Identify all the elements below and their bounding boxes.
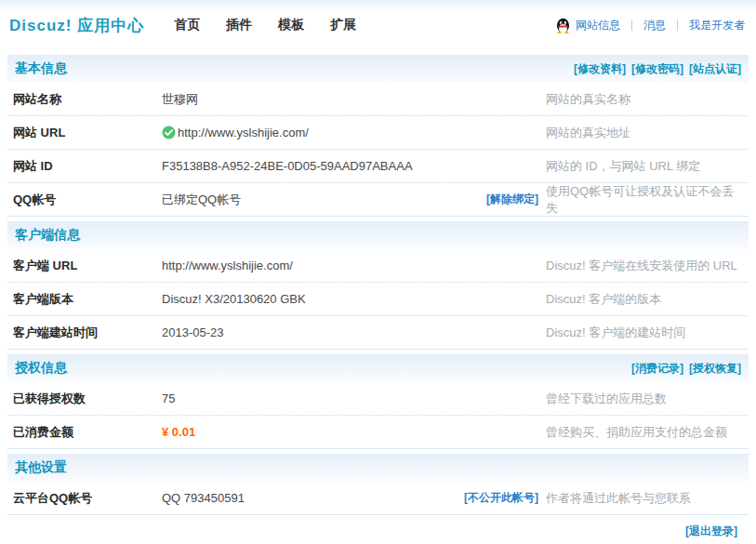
row-desc: Discuz! 客户端的版本	[546, 291, 743, 308]
site-url-text: http://www.yslshijie.com/	[178, 126, 309, 139]
main-content: 基本信息 [修改资料] [修改密码] [站点认证] 网站名称 世穆网 网站的真实…	[0, 55, 756, 539]
row-desc: 作者将通过此帐号与您联系	[546, 490, 743, 507]
row-site-id: 网站 ID F35138B8-A952-24BE-0D05-59AAD97ABA…	[7, 150, 749, 183]
section-title: 基本信息	[15, 60, 67, 77]
section-header-license-info: 授权信息 [消费记录] [授权恢复]	[7, 354, 749, 382]
row-desc: Discuz! 客户端的建站时间	[546, 325, 743, 341]
row-value: 75	[162, 391, 546, 405]
row-value-amount: ¥ 0.01	[162, 425, 546, 439]
section-header-client-info: 客户端信息	[7, 221, 749, 249]
messages-link[interactable]: 消息	[643, 18, 666, 33]
header-right: 网站信息 消息 我是开发者	[555, 18, 745, 33]
nav-item-templates[interactable]: 模板	[278, 17, 304, 33]
row-client-version: 客户端版本 Discuz! X3/20130620 GBK Discuz! 客户…	[7, 283, 749, 316]
site-verify-link[interactable]: [站点认证]	[689, 61, 741, 77]
row-label: 客户端 URL	[13, 258, 162, 274]
hide-account-link[interactable]: [不公开此帐号]	[464, 490, 538, 506]
row-desc: 网站的真实名称	[546, 91, 743, 108]
app-logo: Discuz! 应用中心	[9, 15, 144, 36]
developer-link[interactable]: 我是开发者	[689, 18, 745, 33]
row-client-created: 客户端建站时间 2013-05-23 Discuz! 客户端的建站时间	[7, 316, 749, 350]
section-links: [消费记录] [授权恢复]	[631, 361, 741, 377]
row-desc: Discuz! 客户端在线安装使用的 URL	[546, 258, 743, 274]
verified-badge-icon	[162, 126, 176, 139]
row-label: 客户端建站时间	[13, 325, 162, 341]
section-title: 授权信息	[15, 360, 67, 377]
section-links: [修改资料] [修改密码] [站点认证]	[574, 61, 741, 77]
edit-profile-link[interactable]: [修改资料]	[574, 61, 626, 77]
header-separator	[631, 20, 632, 31]
row-value: F35138B8-A952-24BE-0D05-59AAD97ABAAA	[162, 159, 546, 173]
row-qq-account: QQ帐号 已绑定QQ帐号 [解除绑定] 使用QQ帐号可让授权及认证不会丢失	[7, 183, 749, 217]
row-label: 云平台QQ帐号	[13, 490, 162, 507]
row-consumed-amount: 已消费金额 ¥ 0.01 曾经购买、捐助应用支付的总金额	[7, 416, 749, 449]
row-desc: 曾经购买、捐助应用支付的总金额	[546, 424, 743, 441]
consume-records-link[interactable]: [消费记录]	[631, 361, 683, 377]
row-site-url: 网站 URL http://www.yslshijie.com/ 网站的真实地址	[7, 116, 749, 150]
row-desc: 网站的真实地址	[546, 125, 743, 141]
app-header: Discuz! 应用中心 首页 插件 模板 扩展 网站信息 消息 我是开发者	[0, 0, 756, 50]
row-value: 已绑定QQ帐号	[162, 192, 486, 208]
row-desc: 曾经下载过的应用总数	[546, 391, 743, 407]
row-label: 客户端版本	[13, 291, 162, 308]
row-label: 已消费金额	[13, 424, 162, 441]
row-value: 世穆网	[162, 91, 546, 108]
row-client-url: 客户端 URL http://www.yslshijie.com/ Discuz…	[7, 249, 749, 283]
header-separator	[677, 20, 678, 31]
nav-item-plugins[interactable]: 插件	[226, 17, 252, 33]
row-value: Discuz! X3/20130620 GBK	[162, 292, 546, 306]
nav-item-extensions[interactable]: 扩展	[330, 17, 356, 33]
row-label: 网站名称	[13, 91, 162, 108]
section-title: 其他设置	[15, 459, 67, 476]
license-restore-link[interactable]: [授权恢复]	[689, 361, 741, 377]
row-desc: 网站的 ID，与网站 URL 绑定	[546, 158, 743, 175]
row-desc: 使用QQ帐号可让授权及认证不会丢失	[546, 183, 743, 217]
row-value: 2013-05-23	[162, 325, 546, 339]
row-label: 网站 URL	[13, 125, 162, 141]
main-nav: 首页 插件 模板 扩展	[174, 17, 356, 33]
unbind-link[interactable]: [解除绑定]	[486, 192, 538, 207]
qq-penguin-icon	[555, 18, 571, 33]
row-license-count: 已获得授权数 75 曾经下载过的应用总数	[7, 382, 749, 416]
section-header-other-settings: 其他设置	[7, 454, 749, 482]
row-label: QQ帐号	[13, 192, 162, 208]
logout-link[interactable]: [退出登录]	[685, 524, 737, 539]
row-value: http://www.yslshijie.com/	[162, 126, 546, 139]
nav-item-home[interactable]: 首页	[174, 17, 200, 33]
section-title: 客户端信息	[15, 227, 80, 244]
change-password-link[interactable]: [修改密码]	[631, 61, 683, 77]
row-label: 已获得授权数	[13, 391, 162, 407]
row-value: QQ 793450591	[162, 491, 464, 505]
section-header-basic-info: 基本信息 [修改资料] [修改密码] [站点认证]	[7, 55, 749, 83]
row-site-name: 网站名称 世穆网 网站的真实名称	[7, 83, 749, 116]
site-info-link[interactable]: 网站信息	[576, 18, 620, 33]
page-footer: [退出登录]	[7, 515, 749, 539]
row-value: http://www.yslshijie.com/	[162, 259, 546, 272]
row-label: 网站 ID	[13, 158, 162, 175]
row-cloud-qq: 云平台QQ帐号 QQ 793450591 [不公开此帐号] 作者将通过此帐号与您…	[7, 482, 749, 515]
